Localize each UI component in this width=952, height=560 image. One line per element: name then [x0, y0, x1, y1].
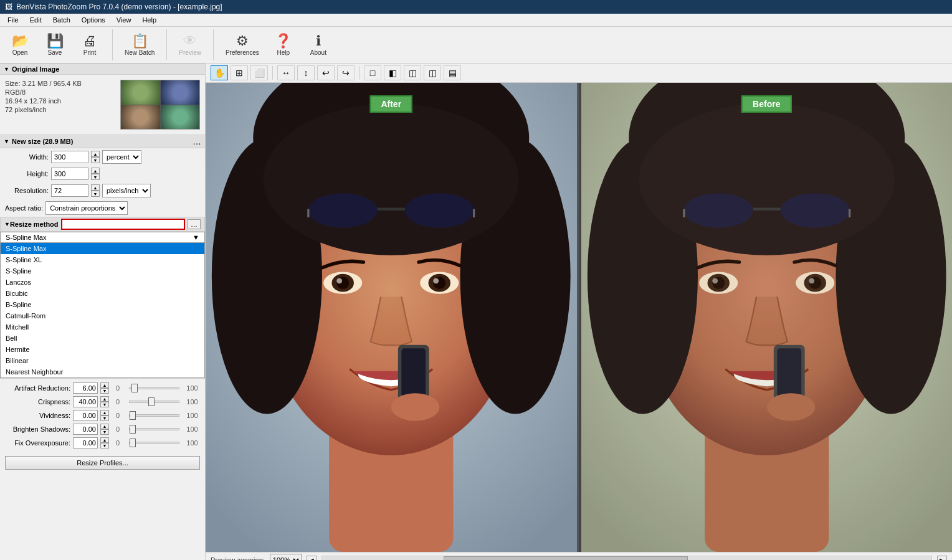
preferences-button[interactable]: ⚙ Preferences — [221, 32, 264, 58]
resolution-unit-select[interactable]: pixels/inch pixels/cm — [102, 184, 151, 197]
hand-tool-button[interactable]: ✋ — [211, 65, 228, 80]
horizontal-scrollbar[interactable] — [321, 556, 932, 560]
menu-help[interactable]: Help — [137, 15, 161, 25]
method-option-11[interactable]: Nearest Neighbour — [1, 366, 204, 377]
fix-overexposure-spinner[interactable]: ▲ ▼ — [100, 437, 109, 448]
brighten-shadows-spinner[interactable]: ▲ ▼ — [100, 424, 109, 435]
resize-profiles-button[interactable]: Resize Profiles... — [5, 456, 200, 470]
width-spinner[interactable]: ▲ ▼ — [91, 151, 100, 163]
resize-method-more-button[interactable]: … — [188, 219, 201, 229]
menu-options[interactable]: Options — [77, 15, 110, 25]
artifact-reduction-spinner[interactable]: ▲ ▼ — [100, 382, 109, 394]
resolution-input[interactable] — [51, 184, 88, 197]
method-option-4[interactable]: Bicubic — [1, 288, 204, 299]
resize-method-input[interactable] — [61, 219, 185, 230]
width-unit-select[interactable]: percent pixels inches cm mm — [102, 150, 141, 164]
vividness-spinner[interactable]: ▲ ▼ — [100, 410, 109, 421]
method-option-1[interactable]: S-Spline XL — [1, 254, 204, 265]
method-option-9[interactable]: Hermite — [1, 344, 204, 355]
resolution-spin-up[interactable]: ▲ — [91, 184, 100, 191]
artifact-reduction-input[interactable] — [73, 382, 98, 394]
brighten-shadows-spin-up[interactable]: ▲ — [100, 424, 109, 429]
view-split-v-button[interactable]: ◫ — [404, 65, 421, 80]
print-button[interactable]: 🖨 Print — [75, 32, 105, 58]
new-batch-button[interactable]: 📋 New Batch — [120, 32, 159, 58]
height-input[interactable] — [51, 168, 88, 180]
preview-before-panel[interactable]: Before — [581, 83, 953, 552]
width-spin-up[interactable]: ▲ — [91, 151, 100, 157]
method-option-0[interactable]: S-Spline Max — [1, 243, 204, 254]
brighten-shadows-thumb[interactable] — [130, 425, 136, 434]
zoom-select[interactable]: 25% 50% 75% 100% 150% 200% — [270, 554, 302, 560]
crispness-spinner[interactable]: ▲ ▼ — [100, 396, 109, 407]
view-grid-button[interactable]: ▤ — [444, 65, 461, 80]
method-option-6[interactable]: Catmull-Rom — [1, 310, 204, 321]
preview-button[interactable]: 👁 Preview — [174, 32, 206, 58]
resolution-spinner[interactable]: ▲ ▼ — [91, 184, 100, 197]
artifact-reduction-spin-down[interactable]: ▼ — [100, 388, 109, 394]
width-spin-down[interactable]: ▼ — [91, 157, 100, 163]
help-button[interactable]: ❓ Help — [269, 32, 298, 58]
brighten-shadows-track[interactable] — [129, 428, 179, 430]
view-split-v2-button[interactable]: ◫ — [424, 65, 441, 80]
fix-overexposure-spin-down[interactable]: ▼ — [100, 443, 109, 448]
method-option-5[interactable]: B-Spline — [1, 299, 204, 310]
artifact-reduction-spin-up[interactable]: ▲ — [100, 382, 109, 388]
scroll-right-button[interactable]: ▶ — [937, 556, 947, 560]
preview-before-background — [581, 83, 953, 552]
method-option-7[interactable]: Mitchell — [1, 321, 204, 333]
resolution-spin-down[interactable]: ▼ — [91, 191, 100, 197]
height-spinner[interactable]: ▲ ▼ — [91, 168, 100, 180]
width-input[interactable] — [51, 151, 88, 163]
method-dropdown-header[interactable]: S-Spline Max ▼ — [0, 232, 205, 243]
fit-height-button[interactable]: ↕ — [297, 65, 315, 80]
open-button[interactable]: 📂 Open — [5, 32, 35, 58]
height-spin-up[interactable]: ▲ — [91, 168, 100, 174]
method-option-3[interactable]: Lanczos — [1, 277, 204, 288]
brighten-shadows-input[interactable] — [73, 424, 98, 435]
crispness-thumb[interactable] — [148, 397, 155, 406]
view-single-button[interactable]: □ — [364, 65, 381, 80]
rotate-left-button[interactable]: ↩ — [317, 65, 335, 80]
brighten-shadows-spin-down[interactable]: ▼ — [100, 429, 109, 435]
crop-button[interactable]: ⬜ — [250, 65, 268, 80]
zoom-select-button[interactable]: ⊞ — [231, 65, 248, 80]
aspect-ratio-select[interactable]: Constrain proportions Free Custom — [45, 201, 128, 215]
fix-overexposure-spin-up[interactable]: ▲ — [100, 437, 109, 443]
new-size-more-button[interactable]: … — [193, 136, 201, 146]
scroll-left-button[interactable]: ◀ — [307, 556, 317, 560]
crispness-spin-up[interactable]: ▲ — [100, 396, 109, 402]
height-spin-down[interactable]: ▼ — [91, 174, 100, 180]
menu-file[interactable]: File — [2, 15, 24, 25]
preview-divider[interactable] — [579, 83, 581, 552]
height-row: Height: ▲ ▼ — [0, 166, 205, 182]
crispness-track[interactable] — [129, 401, 179, 403]
method-option-10[interactable]: Bilinear — [1, 355, 204, 366]
crispness-spin-down[interactable]: ▼ — [100, 402, 109, 407]
view-split-h-button[interactable]: ◧ — [384, 65, 401, 80]
menu-batch[interactable]: Batch — [48, 15, 75, 25]
preview-after-panel[interactable]: After — [206, 83, 579, 552]
fix-overexposure-row: Fix Overexposure: ▲ ▼ 0 100 — [0, 436, 205, 450]
crispness-input[interactable] — [73, 396, 98, 407]
vividness-track[interactable] — [129, 414, 179, 417]
vividness-spin-down[interactable]: ▼ — [100, 415, 109, 421]
vividness-spin-up[interactable]: ▲ — [100, 410, 109, 415]
menu-view[interactable]: View — [112, 15, 136, 25]
resolution-label: Resolution: — [5, 187, 49, 194]
fix-overexposure-track[interactable] — [129, 442, 179, 444]
method-option-8[interactable]: Bell — [1, 333, 204, 344]
about-button[interactable]: ℹ About — [303, 32, 333, 58]
fix-overexposure-thumb[interactable] — [130, 439, 136, 447]
scrollbar-thumb[interactable] — [444, 556, 687, 560]
fit-width-button[interactable]: ↔ — [277, 65, 295, 80]
vividness-thumb[interactable] — [130, 411, 136, 420]
method-option-2[interactable]: S-Spline — [1, 265, 204, 277]
menu-edit[interactable]: Edit — [25, 15, 47, 25]
vividness-input[interactable] — [73, 410, 98, 421]
save-button[interactable]: 💾 Save — [40, 32, 70, 58]
fix-overexposure-input[interactable] — [73, 437, 98, 448]
artifact-reduction-thumb[interactable] — [131, 384, 138, 392]
rotate-right-button[interactable]: ↪ — [337, 65, 355, 80]
artifact-reduction-track[interactable] — [129, 387, 179, 389]
